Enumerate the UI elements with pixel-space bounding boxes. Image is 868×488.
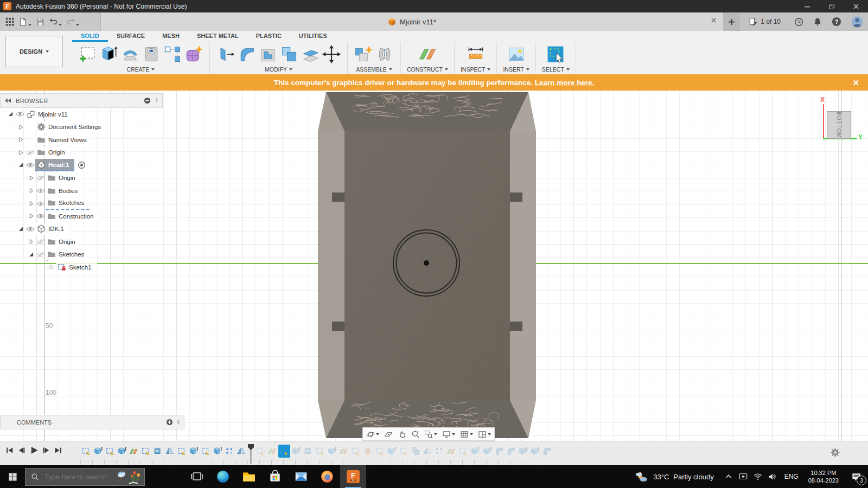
grid-display-tool[interactable] xyxy=(460,430,473,439)
timeline-feature-sketch[interactable] xyxy=(80,445,92,458)
new-tab-button[interactable] xyxy=(723,12,740,31)
activate-component-radio[interactable] xyxy=(76,160,87,170)
app-grid-button[interactable] xyxy=(5,17,14,26)
timeline-feature-extrude[interactable] xyxy=(529,445,541,458)
timeline-feature-extrude[interactable] xyxy=(212,445,224,458)
timeline-feature-sketch[interactable] xyxy=(254,445,266,458)
action-center-button[interactable]: 3 xyxy=(844,465,868,488)
comments-panel[interactable]: COMMENTS ‖ xyxy=(0,415,184,429)
browser-row-origin[interactable]: Origin xyxy=(0,172,163,185)
ribbon-group-label[interactable]: INSERT xyxy=(503,66,529,73)
expand-node-icon[interactable] xyxy=(27,213,35,220)
press-pull-button[interactable] xyxy=(216,44,235,64)
timeline-feature-sketch[interactable] xyxy=(374,445,386,458)
search-input[interactable] xyxy=(43,472,110,481)
taskbar-app-mail[interactable] xyxy=(288,465,314,488)
timeline-feature-extrude[interactable] xyxy=(386,445,398,458)
timeline-feature-extrude[interactable] xyxy=(290,445,302,458)
timeline-feature-extrude[interactable] xyxy=(469,445,481,458)
timeline-feature-boolean[interactable] xyxy=(410,445,422,458)
browser-row-head-1[interactable]: Head:1 xyxy=(0,159,163,172)
timeline-feature-sketch[interactable] xyxy=(104,445,116,458)
language-indicator[interactable]: ENG xyxy=(780,473,803,480)
timeline-feature-sketch[interactable] xyxy=(350,445,362,458)
look-at-tool[interactable] xyxy=(384,430,393,439)
zoom-tool[interactable]: ± xyxy=(411,430,420,439)
timeline-feature-sketch[interactable] xyxy=(176,445,188,458)
ribbon-group-label[interactable]: MODIFY xyxy=(265,66,292,73)
ribbon-tab-plastic[interactable]: PLASTIC xyxy=(247,31,290,42)
close-window-button[interactable] xyxy=(844,0,868,12)
save-button[interactable] xyxy=(36,18,44,26)
timeline-feature-fillet[interactable] xyxy=(541,445,553,458)
view-cube-face-bottom[interactable]: BOTTOM xyxy=(827,111,851,139)
ribbon-group-label[interactable]: SELECT xyxy=(542,66,570,73)
timeline-scrollbar[interactable] xyxy=(80,460,564,465)
visibility-eye-icon[interactable] xyxy=(35,252,46,258)
taskbar-app-firefox[interactable] xyxy=(314,465,340,488)
ribbon-group-label[interactable]: CONSTRUCT xyxy=(407,66,448,73)
panel-resize-handle[interactable]: ‖ xyxy=(155,98,158,104)
timeline-feature-construction-plane[interactable] xyxy=(338,445,350,458)
construct-plane-button[interactable] xyxy=(418,44,437,64)
timeline-feature-extrude[interactable] xyxy=(188,445,200,458)
canvas-button[interactable] xyxy=(507,44,526,64)
recent-activity-icon[interactable] xyxy=(789,12,808,31)
create-sketch-button[interactable] xyxy=(78,44,98,64)
orbit-tool[interactable] xyxy=(366,430,379,439)
timeline-feature-sketch[interactable] xyxy=(314,445,326,458)
browser-row-sketch1[interactable]: Sketch1 xyxy=(0,261,163,274)
timeline-feature-hole[interactable] xyxy=(362,445,374,458)
timeline-feature-sketch[interactable] xyxy=(398,445,410,458)
hole-button[interactable] xyxy=(142,44,161,64)
taskbar-app-edge[interactable] xyxy=(210,465,236,488)
pan-tool[interactable] xyxy=(398,430,406,439)
avatar[interactable] xyxy=(846,12,868,31)
hide-all-icon[interactable] xyxy=(144,97,151,104)
new-component-button[interactable] xyxy=(354,44,373,64)
joint-button[interactable] xyxy=(375,44,394,64)
workspace-selector-design[interactable]: DESIGN xyxy=(5,36,63,67)
timeline-feature-extrude[interactable] xyxy=(517,445,529,458)
expand-node-icon[interactable] xyxy=(27,187,35,194)
search-doodle-art[interactable] xyxy=(114,469,142,484)
timeline-feature-pattern[interactable] xyxy=(224,445,235,458)
taskbar-app-task-view[interactable] xyxy=(184,465,210,488)
timeline-feature-sketch[interactable] xyxy=(140,445,152,458)
close-tab-icon[interactable] xyxy=(711,17,717,23)
select-tool-button[interactable] xyxy=(546,44,565,64)
sketch-center-point[interactable] xyxy=(424,260,429,266)
visibility-eye-icon[interactable] xyxy=(35,188,46,194)
go-to-end-button[interactable] xyxy=(54,446,62,454)
timeline-feature-extrude[interactable] xyxy=(481,445,493,458)
ribbon-group-label[interactable]: INSPECT xyxy=(461,66,491,73)
tray-cast-icon[interactable] xyxy=(736,465,751,488)
expand-node-icon[interactable] xyxy=(27,238,35,245)
revolve-button[interactable] xyxy=(120,44,140,64)
expand-node-icon[interactable] xyxy=(17,149,25,156)
timeline-feature-construction-plane[interactable] xyxy=(128,445,140,458)
timeline-feature-sketch[interactable] xyxy=(457,445,469,458)
display-settings-tool[interactable] xyxy=(442,430,455,439)
timeline-feature-construction-plane[interactable] xyxy=(266,445,278,458)
visibility-eye-icon[interactable] xyxy=(46,264,56,270)
ribbon-tab-solid[interactable]: SOLID xyxy=(72,31,108,42)
timeline-feature-extrude[interactable] xyxy=(326,445,338,458)
model-bottom-face[interactable] xyxy=(344,131,510,400)
timeline-feature-sketch[interactable] xyxy=(200,445,212,458)
learn-more-link[interactable]: Learn more here. xyxy=(535,79,595,87)
visibility-eye-icon[interactable] xyxy=(35,213,46,219)
extrude-button[interactable] xyxy=(99,44,119,64)
taskbar-clock[interactable]: 10:32 PM 08-04-2023 xyxy=(803,469,844,485)
timeline-feature-extrude[interactable] xyxy=(92,445,104,458)
visibility-eye-icon[interactable] xyxy=(25,162,35,168)
ribbon-group-label[interactable]: ASSEMBLE xyxy=(356,66,392,73)
ribbon-tab-utilities[interactable]: UTILITIES xyxy=(290,31,336,42)
timeline-feature-construction-plane[interactable] xyxy=(445,445,457,458)
panel-resize-handle[interactable]: ‖ xyxy=(177,419,180,425)
timeline-feature-pattern[interactable] xyxy=(433,445,445,458)
model-side-face-right[interactable] xyxy=(510,131,536,400)
browser-header[interactable]: BROWSER ‖ xyxy=(0,93,163,108)
maximize-button[interactable] xyxy=(819,0,844,12)
banner-close-icon[interactable]: ✕ xyxy=(852,78,859,88)
